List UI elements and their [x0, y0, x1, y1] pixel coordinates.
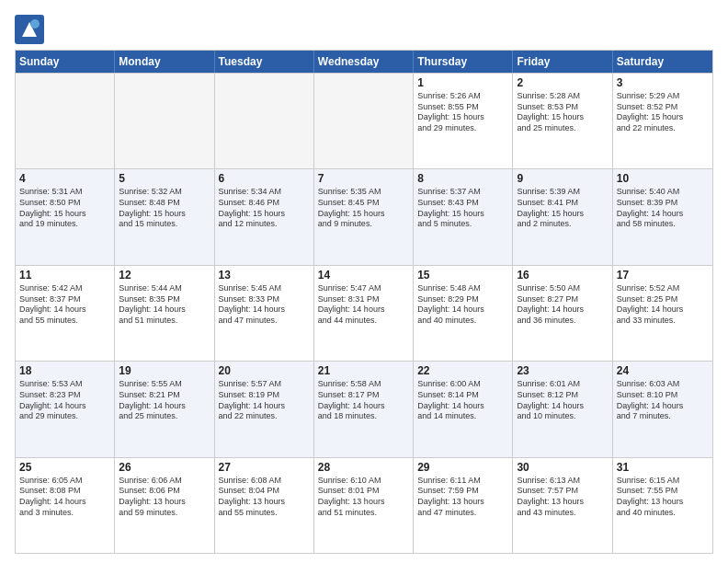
cell-info-line: and 40 minutes. [617, 508, 709, 519]
day-number: 23 [517, 364, 608, 377]
cell-info-line: Sunrise: 5:55 AM [119, 379, 210, 390]
cell-info-line: Sunrise: 5:52 AM [617, 283, 709, 294]
day-number: 13 [219, 269, 310, 282]
day-header-tuesday: Tuesday [215, 51, 314, 73]
day-cell-17: 17Sunrise: 5:52 AMSunset: 8:25 PMDayligh… [613, 266, 712, 361]
cell-info-line: and 59 minutes. [119, 508, 210, 519]
calendar-row-3: 18Sunrise: 5:53 AMSunset: 8:23 PMDayligh… [16, 361, 712, 456]
day-cell-26: 26Sunrise: 6:06 AMSunset: 8:06 PMDayligh… [115, 458, 214, 553]
cell-info-line: and 12 minutes. [219, 219, 310, 230]
cell-info-line: and 29 minutes. [417, 123, 508, 134]
day-cell-14: 14Sunrise: 5:47 AMSunset: 8:31 PMDayligh… [314, 266, 414, 361]
cell-info-line: Sunset: 8:41 PM [517, 198, 608, 209]
cell-info-line: Daylight: 15 hours [417, 209, 508, 220]
day-header-wednesday: Wednesday [314, 51, 414, 73]
cell-info-line: Sunset: 8:48 PM [119, 198, 210, 209]
empty-cell [314, 74, 414, 168]
cell-info-line: Sunset: 8:53 PM [517, 102, 608, 113]
cell-info-line: and 10 minutes. [517, 411, 608, 422]
cell-info-line: Sunset: 8:12 PM [517, 390, 608, 401]
day-number: 15 [417, 269, 508, 282]
day-cell-29: 29Sunrise: 6:11 AMSunset: 7:59 PMDayligh… [414, 458, 513, 553]
cell-info-line: Daylight: 14 hours [318, 401, 409, 412]
day-cell-18: 18Sunrise: 5:53 AMSunset: 8:23 PMDayligh… [16, 362, 115, 456]
day-header-saturday: Saturday [613, 51, 712, 73]
cell-info-line: Sunset: 8:39 PM [617, 198, 709, 209]
cell-info-line: Sunset: 8:04 PM [219, 486, 310, 497]
cell-info-line: and 22 minutes. [617, 123, 709, 134]
day-number: 21 [318, 364, 409, 377]
day-cell-12: 12Sunrise: 5:44 AMSunset: 8:35 PMDayligh… [115, 266, 214, 361]
cell-info-line: Sunrise: 5:32 AM [119, 187, 210, 198]
cell-info-line: and 51 minutes. [318, 508, 409, 519]
cell-info-line: Sunrise: 5:26 AM [417, 91, 508, 102]
day-number: 22 [417, 364, 508, 377]
cell-info-line: and 44 minutes. [318, 316, 409, 327]
cell-info-line: Daylight: 14 hours [417, 304, 508, 316]
cell-info-line: Sunset: 7:57 PM [517, 486, 608, 497]
cell-info-line: and 19 minutes. [19, 219, 110, 230]
day-cell-7: 7Sunrise: 5:35 AMSunset: 8:45 PMDaylight… [314, 169, 414, 264]
calendar-body: 1Sunrise: 5:26 AMSunset: 8:55 PMDaylight… [16, 73, 712, 553]
cell-info-line: Daylight: 13 hours [417, 497, 508, 508]
cell-info-line: Daylight: 13 hours [119, 497, 210, 508]
cell-info-line: Daylight: 14 hours [19, 497, 110, 508]
day-cell-16: 16Sunrise: 5:50 AMSunset: 8:27 PMDayligh… [513, 266, 612, 361]
cell-info-line: and 18 minutes. [318, 411, 409, 422]
day-number: 24 [617, 364, 709, 377]
day-cell-19: 19Sunrise: 5:55 AMSunset: 8:21 PMDayligh… [115, 362, 214, 456]
logo-icon [15, 15, 40, 40]
cell-info-line: and 22 minutes. [219, 411, 310, 422]
cell-info-line: Sunrise: 5:34 AM [219, 187, 310, 198]
day-cell-1: 1Sunrise: 5:26 AMSunset: 8:55 PMDaylight… [414, 74, 513, 168]
day-number: 10 [617, 172, 709, 185]
calendar-header: SundayMondayTuesdayWednesdayThursdayFrid… [16, 51, 712, 73]
day-number: 20 [219, 364, 310, 377]
cell-info-line: Sunset: 8:50 PM [19, 198, 110, 209]
day-cell-3: 3Sunrise: 5:29 AMSunset: 8:52 PMDaylight… [613, 74, 712, 168]
cell-info-line: Sunrise: 5:39 AM [517, 187, 608, 198]
cell-info-line: Sunrise: 5:47 AM [318, 283, 409, 294]
cell-info-line: Daylight: 14 hours [517, 401, 608, 412]
calendar-row-4: 25Sunrise: 6:05 AMSunset: 8:08 PMDayligh… [16, 457, 712, 553]
cell-info-line: Sunrise: 5:31 AM [19, 187, 110, 198]
cell-info-line: and 33 minutes. [617, 316, 709, 327]
day-cell-13: 13Sunrise: 5:45 AMSunset: 8:33 PMDayligh… [215, 266, 314, 361]
logo [15, 15, 44, 40]
cell-info-line: and 25 minutes. [119, 411, 210, 422]
cell-info-line: Daylight: 13 hours [219, 497, 310, 508]
day-number: 26 [119, 461, 210, 474]
day-cell-5: 5Sunrise: 5:32 AMSunset: 8:48 PMDaylight… [115, 169, 214, 264]
day-cell-9: 9Sunrise: 5:39 AMSunset: 8:41 PMDaylight… [513, 169, 612, 264]
cell-info-line: and 51 minutes. [119, 316, 210, 327]
cell-info-line: and 43 minutes. [517, 508, 608, 519]
day-number: 30 [517, 461, 608, 474]
cell-info-line: and 3 minutes. [19, 508, 110, 519]
cell-info-line: and 9 minutes. [318, 219, 409, 230]
day-number: 28 [318, 461, 409, 474]
day-header-friday: Friday [513, 51, 612, 73]
cell-info-line: Sunrise: 6:03 AM [617, 379, 709, 390]
cell-info-line: Sunset: 8:06 PM [119, 486, 210, 497]
calendar-row-0: 1Sunrise: 5:26 AMSunset: 8:55 PMDaylight… [16, 73, 712, 168]
cell-info-line: Daylight: 15 hours [119, 209, 210, 220]
cell-info-line: Daylight: 14 hours [119, 304, 210, 316]
cell-info-line: and 47 minutes. [219, 316, 310, 327]
cell-info-line: Sunrise: 5:45 AM [219, 283, 310, 294]
cell-info-line: Sunrise: 6:10 AM [318, 476, 409, 487]
day-number: 17 [617, 269, 709, 282]
cell-info-line: Sunset: 8:37 PM [19, 294, 110, 305]
cell-info-line: and 36 minutes. [517, 316, 608, 327]
cell-info-line: Sunset: 8:43 PM [417, 198, 508, 209]
day-cell-10: 10Sunrise: 5:40 AMSunset: 8:39 PMDayligh… [613, 169, 712, 264]
day-cell-21: 21Sunrise: 5:58 AMSunset: 8:17 PMDayligh… [314, 362, 414, 456]
cell-info-line: Sunrise: 6:15 AM [617, 476, 709, 487]
cell-info-line: Sunrise: 5:40 AM [617, 187, 709, 198]
header [15, 15, 713, 40]
cell-info-line: Daylight: 14 hours [617, 304, 709, 316]
day-cell-28: 28Sunrise: 6:10 AMSunset: 8:01 PMDayligh… [314, 458, 414, 553]
cell-info-line: Sunset: 8:33 PM [219, 294, 310, 305]
cell-info-line: Sunset: 7:55 PM [617, 486, 709, 497]
cell-info-line: Sunrise: 6:13 AM [517, 476, 608, 487]
calendar-row-1: 4Sunrise: 5:31 AMSunset: 8:50 PMDaylight… [16, 168, 712, 264]
